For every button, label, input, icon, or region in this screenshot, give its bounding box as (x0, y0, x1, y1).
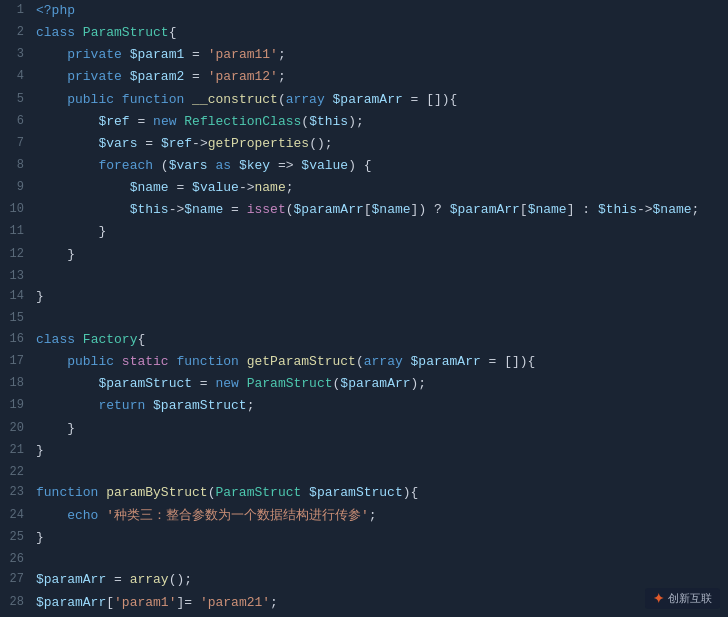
table-row: 27$paramArr = array(); (0, 569, 728, 591)
line-number: 23 (0, 482, 32, 504)
line-number: 15 (0, 308, 32, 329)
table-row: 18 $paramStruct = new ParamStruct($param… (0, 373, 728, 395)
table-row: 20 } (0, 418, 728, 440)
line-code: public function __construct(array $param… (32, 89, 728, 111)
table-row: 25} (0, 527, 728, 549)
line-number: 8 (0, 155, 32, 177)
table-row: 21} (0, 440, 728, 462)
line-number: 28 (0, 592, 32, 614)
table-row: 13 (0, 266, 728, 287)
table-row: 11 } (0, 221, 728, 243)
table-row: 17 public static function getParamStruct… (0, 351, 728, 373)
line-number: 20 (0, 418, 32, 440)
line-code: $paramArr['param1']= 'param21'; (32, 592, 728, 614)
line-number: 9 (0, 177, 32, 199)
line-code: return $paramStruct; (32, 395, 728, 417)
line-number: 16 (0, 329, 32, 351)
line-number: 4 (0, 66, 32, 88)
line-code: } (32, 286, 728, 308)
table-row: 4 private $param2 = 'param12'; (0, 66, 728, 88)
line-code: $name = $value->name; (32, 177, 728, 199)
line-code: class ParamStruct{ (32, 22, 728, 44)
table-row: 1<?php (0, 0, 728, 22)
line-number: 13 (0, 266, 32, 287)
line-number: 26 (0, 549, 32, 570)
line-code: private $param2 = 'param12'; (32, 66, 728, 88)
table-row: 23function paramByStruct(ParamStruct $pa… (0, 482, 728, 504)
line-code: $vars = $ref->getProperties(); (32, 133, 728, 155)
line-number: 25 (0, 527, 32, 549)
line-number: 7 (0, 133, 32, 155)
table-row: 5 public function __construct(array $par… (0, 89, 728, 111)
line-code: public static function getParamStruct(ar… (32, 351, 728, 373)
line-code: $ref = new ReflectionClass($this); (32, 111, 728, 133)
table-row: 19 return $paramStruct; (0, 395, 728, 417)
line-number: 17 (0, 351, 32, 373)
line-code (32, 549, 728, 570)
line-number: 24 (0, 505, 32, 527)
table-row: 14} (0, 286, 728, 308)
code-editor: 1<?php2class ParamStruct{3 private $para… (0, 0, 728, 617)
line-code: class Factory{ (32, 329, 728, 351)
table-row: 12 } (0, 244, 728, 266)
table-row: 15 (0, 308, 728, 329)
line-code (32, 462, 728, 483)
line-number: 11 (0, 221, 32, 243)
watermark-logo: ✦ (653, 591, 664, 606)
line-number: 12 (0, 244, 32, 266)
line-number: 10 (0, 199, 32, 221)
line-code: private $param1 = 'param11'; (32, 44, 728, 66)
line-number: 14 (0, 286, 32, 308)
line-code: $this->$name = isset($paramArr[$name]) ?… (32, 199, 728, 221)
table-row: 28$paramArr['param1']= 'param21'; (0, 592, 728, 614)
line-code: } (32, 527, 728, 549)
table-row: 8 foreach ($vars as $key => $value) { (0, 155, 728, 177)
line-number: 22 (0, 462, 32, 483)
table-row: 6 $ref = new ReflectionClass($this); (0, 111, 728, 133)
line-number: 21 (0, 440, 32, 462)
table-row: 16class Factory{ (0, 329, 728, 351)
line-code: foreach ($vars as $key => $value) { (32, 155, 728, 177)
line-number: 2 (0, 22, 32, 44)
line-code (32, 266, 728, 287)
line-number: 6 (0, 111, 32, 133)
line-code: } (32, 440, 728, 462)
table-row: 3 private $param1 = 'param11'; (0, 44, 728, 66)
line-code: } (32, 244, 728, 266)
code-table: 1<?php2class ParamStruct{3 private $para… (0, 0, 728, 617)
line-code: <?php (32, 0, 728, 22)
line-code: } (32, 418, 728, 440)
line-number: 18 (0, 373, 32, 395)
line-number: 3 (0, 44, 32, 66)
table-row: 24 echo '种类三：整合参数为一个数据结构进行传参'; (0, 505, 728, 527)
line-code: echo '种类三：整合参数为一个数据结构进行传参'; (32, 505, 728, 527)
table-row: 26 (0, 549, 728, 570)
line-number: 19 (0, 395, 32, 417)
table-row: 10 $this->$name = isset($paramArr[$name]… (0, 199, 728, 221)
table-row: 7 $vars = $ref->getProperties(); (0, 133, 728, 155)
table-row: 22 (0, 462, 728, 483)
line-code: function paramByStruct(ParamStruct $para… (32, 482, 728, 504)
line-code (32, 308, 728, 329)
line-number: 27 (0, 569, 32, 591)
watermark: ✦ 创新互联 (645, 588, 720, 609)
line-code: $paramArr = array(); (32, 569, 728, 591)
table-row: 9 $name = $value->name; (0, 177, 728, 199)
table-row: 2class ParamStruct{ (0, 22, 728, 44)
line-code: $paramStruct = new ParamStruct($paramArr… (32, 373, 728, 395)
line-code: } (32, 221, 728, 243)
watermark-text: 创新互联 (668, 591, 712, 606)
line-number: 5 (0, 89, 32, 111)
line-number: 1 (0, 0, 32, 22)
